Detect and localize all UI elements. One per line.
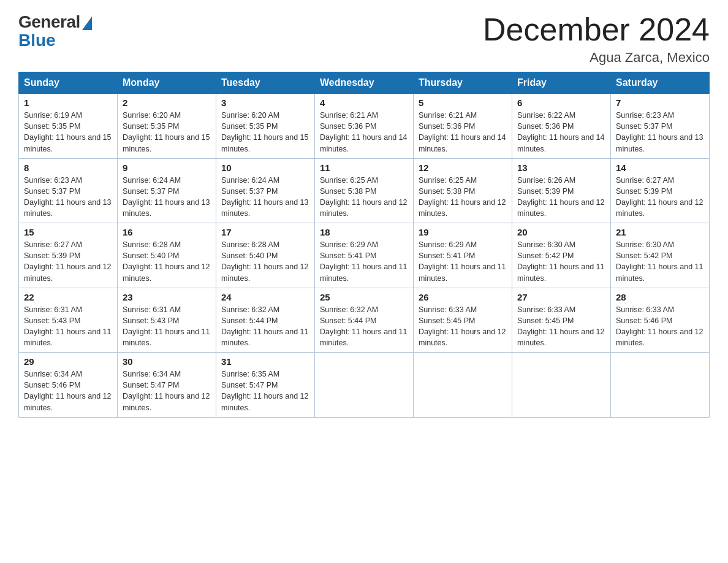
day-info: Sunrise: 6:20 AMSunset: 5:35 PMDaylight:… — [221, 110, 309, 155]
calendar-cell: 4Sunrise: 6:21 AMSunset: 5:36 PMDaylight… — [315, 94, 414, 159]
calendar-cell: 22Sunrise: 6:31 AMSunset: 5:43 PMDayligh… — [19, 288, 118, 353]
day-info: Sunrise: 6:23 AMSunset: 5:37 PMDaylight:… — [616, 110, 704, 155]
calendar-cell: 10Sunrise: 6:24 AMSunset: 5:37 PMDayligh… — [216, 158, 315, 223]
day-info: Sunrise: 6:26 AMSunset: 5:39 PMDaylight:… — [517, 175, 605, 220]
day-number: 11 — [320, 163, 408, 173]
day-number: 15 — [24, 227, 112, 237]
day-number: 24 — [221, 292, 309, 302]
day-number: 13 — [517, 163, 605, 173]
day-number: 22 — [24, 292, 112, 302]
column-header-sunday: Sunday — [19, 72, 118, 94]
day-number: 10 — [221, 163, 309, 173]
day-info: Sunrise: 6:25 AMSunset: 5:38 PMDaylight:… — [320, 175, 408, 220]
calendar-week-row: 29Sunrise: 6:34 AMSunset: 5:46 PMDayligh… — [19, 353, 710, 418]
calendar-table: SundayMondayTuesdayWednesdayThursdayFrid… — [18, 72, 710, 418]
day-number: 29 — [24, 356, 112, 367]
calendar-cell: 11Sunrise: 6:25 AMSunset: 5:38 PMDayligh… — [315, 158, 414, 223]
calendar-cell: 6Sunrise: 6:22 AMSunset: 5:36 PMDaylight… — [512, 94, 611, 159]
day-number: 1 — [24, 98, 112, 108]
calendar-cell: 1Sunrise: 6:19 AMSunset: 5:35 PMDaylight… — [19, 94, 118, 159]
calendar-cell: 9Sunrise: 6:24 AMSunset: 5:37 PMDaylight… — [118, 158, 216, 223]
calendar-week-row: 22Sunrise: 6:31 AMSunset: 5:43 PMDayligh… — [19, 288, 710, 353]
day-number: 14 — [616, 163, 704, 173]
day-number: 4 — [320, 98, 408, 108]
calendar-cell: 2Sunrise: 6:20 AMSunset: 5:35 PMDaylight… — [118, 94, 216, 159]
logo-general-text: General — [18, 12, 80, 32]
calendar-cell: 13Sunrise: 6:26 AMSunset: 5:39 PMDayligh… — [512, 158, 611, 223]
day-info: Sunrise: 6:28 AMSunset: 5:40 PMDaylight:… — [221, 239, 309, 284]
day-info: Sunrise: 6:32 AMSunset: 5:44 PMDaylight:… — [320, 304, 408, 349]
day-info: Sunrise: 6:31 AMSunset: 5:43 PMDaylight:… — [24, 304, 112, 349]
column-header-thursday: Thursday — [414, 72, 512, 94]
calendar-cell: 24Sunrise: 6:32 AMSunset: 5:44 PMDayligh… — [216, 288, 315, 353]
calendar-week-row: 15Sunrise: 6:27 AMSunset: 5:39 PMDayligh… — [19, 223, 710, 288]
logo: General Blue — [18, 12, 92, 50]
day-number: 16 — [123, 227, 211, 237]
calendar-cell: 17Sunrise: 6:28 AMSunset: 5:40 PMDayligh… — [216, 223, 315, 288]
day-number: 19 — [419, 227, 507, 237]
day-number: 18 — [320, 227, 408, 237]
calendar-cell: 8Sunrise: 6:23 AMSunset: 5:37 PMDaylight… — [19, 158, 118, 223]
calendar-cell: 27Sunrise: 6:33 AMSunset: 5:45 PMDayligh… — [512, 288, 611, 353]
day-info: Sunrise: 6:34 AMSunset: 5:47 PMDaylight:… — [123, 369, 211, 413]
day-number: 5 — [419, 98, 507, 108]
day-number: 8 — [24, 163, 112, 173]
calendar-week-row: 8Sunrise: 6:23 AMSunset: 5:37 PMDaylight… — [19, 158, 710, 223]
day-info: Sunrise: 6:22 AMSunset: 5:36 PMDaylight:… — [517, 110, 605, 155]
calendar-cell — [611, 353, 710, 418]
logo-blue-text: Blue — [18, 31, 56, 50]
calendar-cell: 23Sunrise: 6:31 AMSunset: 5:43 PMDayligh… — [118, 288, 216, 353]
day-number: 26 — [419, 292, 507, 302]
calendar-cell: 12Sunrise: 6:25 AMSunset: 5:38 PMDayligh… — [414, 158, 512, 223]
calendar-cell: 20Sunrise: 6:30 AMSunset: 5:42 PMDayligh… — [512, 223, 611, 288]
month-title: December 2024 — [483, 12, 710, 47]
day-number: 21 — [616, 227, 704, 237]
calendar-cell: 31Sunrise: 6:35 AMSunset: 5:47 PMDayligh… — [216, 353, 315, 418]
page-header: General Blue December 2024 Agua Zarca, M… — [18, 12, 710, 66]
column-header-monday: Monday — [118, 72, 216, 94]
day-info: Sunrise: 6:25 AMSunset: 5:38 PMDaylight:… — [419, 175, 507, 220]
day-info: Sunrise: 6:20 AMSunset: 5:35 PMDaylight:… — [123, 110, 211, 155]
location-subtitle: Agua Zarca, Mexico — [483, 50, 710, 66]
day-number: 6 — [517, 98, 605, 108]
calendar-cell: 3Sunrise: 6:20 AMSunset: 5:35 PMDaylight… — [216, 94, 315, 159]
calendar-cell: 30Sunrise: 6:34 AMSunset: 5:47 PMDayligh… — [118, 353, 216, 418]
day-info: Sunrise: 6:24 AMSunset: 5:37 PMDaylight:… — [221, 175, 309, 220]
day-info: Sunrise: 6:29 AMSunset: 5:41 PMDaylight:… — [419, 239, 507, 284]
calendar-cell: 26Sunrise: 6:33 AMSunset: 5:45 PMDayligh… — [414, 288, 512, 353]
day-info: Sunrise: 6:34 AMSunset: 5:46 PMDaylight:… — [24, 369, 112, 413]
calendar-cell: 15Sunrise: 6:27 AMSunset: 5:39 PMDayligh… — [19, 223, 118, 288]
column-header-wednesday: Wednesday — [315, 72, 414, 94]
day-info: Sunrise: 6:24 AMSunset: 5:37 PMDaylight:… — [123, 175, 211, 220]
day-number: 28 — [616, 292, 704, 302]
column-header-friday: Friday — [512, 72, 611, 94]
day-info: Sunrise: 6:28 AMSunset: 5:40 PMDaylight:… — [123, 239, 211, 284]
calendar-cell: 19Sunrise: 6:29 AMSunset: 5:41 PMDayligh… — [414, 223, 512, 288]
calendar-cell: 25Sunrise: 6:32 AMSunset: 5:44 PMDayligh… — [315, 288, 414, 353]
logo-triangle-icon — [82, 17, 92, 30]
day-info: Sunrise: 6:29 AMSunset: 5:41 PMDaylight:… — [320, 239, 408, 284]
title-block: December 2024 Agua Zarca, Mexico — [483, 12, 710, 66]
calendar-cell: 29Sunrise: 6:34 AMSunset: 5:46 PMDayligh… — [19, 353, 118, 418]
day-info: Sunrise: 6:21 AMSunset: 5:36 PMDaylight:… — [320, 110, 408, 155]
calendar-week-row: 1Sunrise: 6:19 AMSunset: 5:35 PMDaylight… — [19, 94, 710, 159]
calendar-header-row: SundayMondayTuesdayWednesdayThursdayFrid… — [19, 72, 710, 94]
column-header-tuesday: Tuesday — [216, 72, 315, 94]
column-header-saturday: Saturday — [611, 72, 710, 94]
day-number: 20 — [517, 227, 605, 237]
calendar-cell: 18Sunrise: 6:29 AMSunset: 5:41 PMDayligh… — [315, 223, 414, 288]
calendar-cell: 7Sunrise: 6:23 AMSunset: 5:37 PMDaylight… — [611, 94, 710, 159]
day-info: Sunrise: 6:30 AMSunset: 5:42 PMDaylight:… — [517, 239, 605, 284]
day-info: Sunrise: 6:32 AMSunset: 5:44 PMDaylight:… — [221, 304, 309, 349]
day-info: Sunrise: 6:21 AMSunset: 5:36 PMDaylight:… — [419, 110, 507, 155]
day-info: Sunrise: 6:30 AMSunset: 5:42 PMDaylight:… — [616, 239, 704, 284]
day-info: Sunrise: 6:33 AMSunset: 5:46 PMDaylight:… — [616, 304, 704, 349]
calendar-cell: 14Sunrise: 6:27 AMSunset: 5:39 PMDayligh… — [611, 158, 710, 223]
day-number: 9 — [123, 163, 211, 173]
day-number: 17 — [221, 227, 309, 237]
calendar-body: 1Sunrise: 6:19 AMSunset: 5:35 PMDaylight… — [19, 94, 710, 418]
calendar-cell — [414, 353, 512, 418]
day-info: Sunrise: 6:27 AMSunset: 5:39 PMDaylight:… — [616, 175, 704, 220]
calendar-cell: 21Sunrise: 6:30 AMSunset: 5:42 PMDayligh… — [611, 223, 710, 288]
calendar-cell: 16Sunrise: 6:28 AMSunset: 5:40 PMDayligh… — [118, 223, 216, 288]
